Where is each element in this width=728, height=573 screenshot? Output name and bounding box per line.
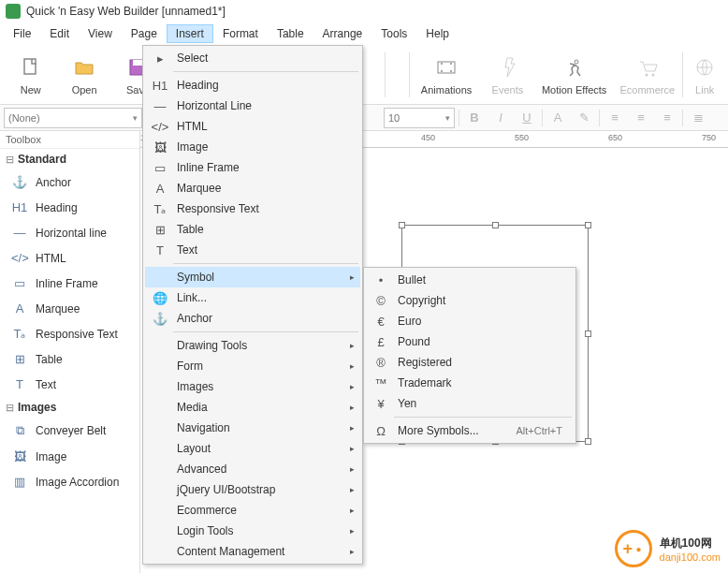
sidebar-item-horizontal-line[interactable]: —Horizontal line <box>0 220 139 245</box>
menu-insert[interactable]: Insert <box>167 24 213 43</box>
sidebar-item-anchor[interactable]: ⚓Anchor <box>0 169 139 195</box>
new-file-icon <box>18 54 44 81</box>
menu-view[interactable]: View <box>79 24 122 43</box>
fontsize-combo[interactable]: 10 <box>384 108 455 128</box>
align-right-button[interactable]: ≡ <box>656 108 678 128</box>
menu-item-yen[interactable]: ¥Yen <box>366 393 574 414</box>
menu-item-inline-frame[interactable]: ▭Inline Frame <box>145 157 360 178</box>
menu-item-icon: H1 <box>149 79 171 93</box>
menu-item-responsive-text[interactable]: TₐResponsive Text <box>145 198 360 219</box>
resize-handle-nw[interactable] <box>399 222 405 228</box>
animations-button[interactable]: Animations <box>412 47 480 103</box>
open-folder-icon <box>71 54 97 81</box>
menu-help[interactable]: Help <box>416 24 459 43</box>
menu-item-pound[interactable]: £Pound <box>366 331 574 352</box>
menu-item-html[interactable]: </>HTML <box>145 116 360 137</box>
menu-format[interactable]: Format <box>213 24 268 43</box>
menu-edit[interactable]: Edit <box>40 24 79 43</box>
sidebar-item-heading[interactable]: H1Heading <box>0 195 139 220</box>
menu-item-jquery-ui-bootstrap[interactable]: jQuery UI/Bootstrap▸ <box>145 479 360 500</box>
resize-handle-ne[interactable] <box>585 222 591 228</box>
menu-item-advanced[interactable]: Advanced▸ <box>145 459 360 479</box>
sidebar-item-text[interactable]: TText <box>0 372 139 397</box>
menu-item-bullet[interactable]: •Bullet <box>366 270 574 290</box>
menu-tools[interactable]: Tools <box>371 24 416 43</box>
sidebar-item-responsive-text[interactable]: TₐResponsive Text <box>0 321 139 346</box>
bold-button[interactable]: B <box>463 108 486 128</box>
new-button[interactable]: New <box>4 47 57 103</box>
menu-item-icon: ▭ <box>149 161 171 175</box>
sidebar-item-image[interactable]: 🖼Image <box>0 444 139 469</box>
menu-item-icon: T <box>149 243 171 257</box>
menu-item-euro[interactable]: €Euro <box>366 311 574 331</box>
menu-file[interactable]: File <box>4 24 40 43</box>
sidebar-group-standard[interactable]: Standard <box>0 149 139 169</box>
style-value: (None) <box>8 112 40 124</box>
titlebar: Quick 'n Easy Web Builder [unnamed1*] <box>0 0 728 22</box>
ecom-label: Ecommerce <box>619 84 675 96</box>
symbol-submenu: •Bullet©Copyright€Euro£Pound®Registered™… <box>363 267 576 444</box>
format-separator <box>542 110 543 126</box>
submenu-arrow-icon: ▸ <box>350 272 355 282</box>
link-label: Link <box>695 84 714 96</box>
resize-handle-e[interactable] <box>585 331 591 337</box>
menu-table[interactable]: Table <box>268 24 313 43</box>
menu-item-more-symbols-[interactable]: ΩMore Symbols...Alt+Ctrl+T <box>366 420 574 441</box>
sidebar-item-image-accordion[interactable]: ▥Image Accordion <box>0 469 139 494</box>
menu-arrange[interactable]: Arrange <box>313 24 372 43</box>
menu-item-trademark[interactable]: ™Trademark <box>366 373 574 393</box>
menu-item-label: Symbol <box>171 271 342 284</box>
sidebar-item-table[interactable]: ⊞Table <box>0 346 139 372</box>
motion-effects-button[interactable]: Motion Effects <box>534 47 614 103</box>
menu-item-images[interactable]: Images▸ <box>145 376 360 397</box>
menu-item-navigation[interactable]: Navigation▸ <box>145 418 360 438</box>
open-button[interactable]: Open <box>57 47 110 103</box>
align-center-button[interactable]: ≡ <box>630 108 652 128</box>
sidebar-item-inline-frame[interactable]: ▭Inline Frame <box>0 271 139 296</box>
menu-item-symbol[interactable]: Symbol▸ <box>145 267 360 287</box>
sidebar-item-html[interactable]: </>HTML <box>0 245 139 271</box>
menu-item-marquee[interactable]: AMarquee <box>145 178 360 198</box>
menu-item-login-tools[interactable]: Login Tools▸ <box>145 521 360 541</box>
menu-item-drawing-tools[interactable]: Drawing Tools▸ <box>145 335 360 356</box>
list-button[interactable]: ≣ <box>687 108 709 128</box>
sidebar-item-label: Anchor <box>36 176 71 189</box>
align-left-button[interactable]: ≡ <box>604 108 626 128</box>
sidebar-item-conveyer-belt[interactable]: ⧉Conveyer Belt <box>0 418 139 444</box>
menu-item-select[interactable]: ▸Select <box>145 48 360 68</box>
underline-button[interactable]: U <box>516 108 538 128</box>
events-icon <box>494 54 520 81</box>
menu-item-layout[interactable]: Layout▸ <box>145 438 360 459</box>
ecommerce-button[interactable]: Ecommerce <box>614 47 680 103</box>
style-combo[interactable]: (None) <box>4 108 142 128</box>
format-separator <box>682 110 683 126</box>
highlight-button[interactable]: ✎ <box>573 108 595 128</box>
menu-item-anchor[interactable]: ⚓Anchor <box>145 308 360 329</box>
menu-item-registered[interactable]: ®Registered <box>366 352 574 373</box>
fontcolor-button[interactable]: A <box>546 108 569 128</box>
resize-handle-se[interactable] <box>585 438 591 445</box>
sidebar-group-images[interactable]: Images <box>0 397 139 418</box>
link-button[interactable]: Link <box>685 47 724 103</box>
menu-item-heading[interactable]: H1Heading <box>145 75 360 96</box>
italic-button[interactable]: I <box>489 108 512 128</box>
events-button[interactable]: Events <box>481 47 534 103</box>
menu-item-link-[interactable]: 🌐Link... <box>145 287 360 308</box>
sidebar-item-label: Conveyer Belt <box>36 424 106 437</box>
menu-item-form[interactable]: Form▸ <box>145 356 360 376</box>
menu-item-label: Content Management <box>171 545 342 558</box>
menu-item-content-management[interactable]: Content Management▸ <box>145 541 360 562</box>
menu-item-image[interactable]: 🖼Image <box>145 137 360 157</box>
menu-item-copyright[interactable]: ©Copyright <box>366 290 574 311</box>
watermark-name: 单机100网 <box>660 536 721 551</box>
format-separator <box>599 110 600 126</box>
resize-handle-n[interactable] <box>492 222 499 228</box>
menu-page[interactable]: Page <box>122 24 167 43</box>
menu-item-ecommerce[interactable]: Ecommerce▸ <box>145 500 360 521</box>
menu-item-text[interactable]: TText <box>145 240 360 260</box>
sidebar-item-marquee[interactable]: AMarquee <box>0 296 139 321</box>
sidebar-item-label: Horizontal line <box>36 227 107 240</box>
menu-item-horizontal-line[interactable]: —Horizontal Line <box>145 96 360 116</box>
menu-item-table[interactable]: ⊞Table <box>145 219 360 240</box>
menu-item-media[interactable]: Media▸ <box>145 397 360 418</box>
